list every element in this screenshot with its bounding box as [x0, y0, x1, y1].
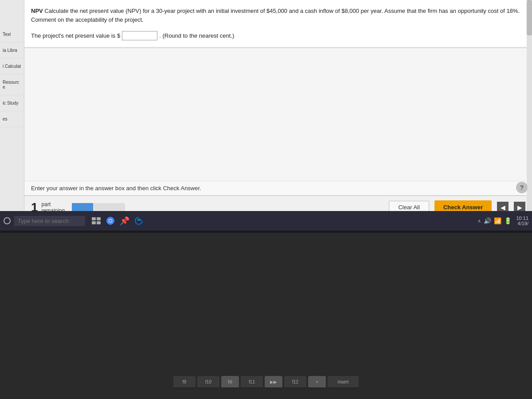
sidebar: Text ia Libra i Calculat Resource ic Stu…	[0, 0, 24, 231]
sidebar-item-resource[interactable]: Resource	[0, 74, 24, 95]
taskbar-search	[4, 216, 85, 226]
right-scrollbar[interactable]	[527, 0, 532, 231]
key-f10[interactable]: f10	[197, 376, 219, 388]
keyboard-area: f9 f10 NI f11 ▶▶ f12 + insert	[0, 233, 532, 399]
svg-rect-3	[97, 221, 101, 224]
keyboard-keys: f9 f10 NI f11 ▶▶ f12 + insert	[173, 376, 359, 390]
key-f9[interactable]: f9	[173, 376, 196, 388]
answer-prompt-suffix: . (Round to the nearest cent.)	[159, 32, 234, 39]
part-label: part	[42, 201, 65, 207]
svg-rect-1	[97, 217, 101, 220]
sidebar-item-library[interactable]: ia Libra	[0, 43, 24, 59]
taskbar-icons: 📌	[91, 216, 144, 226]
question-description: Calculate the net present value (NPV) fo…	[31, 8, 520, 23]
svg-rect-0	[92, 217, 96, 220]
fkey-row: f9 f10 NI f11 ▶▶ f12 + insert	[173, 376, 359, 388]
key-forward[interactable]: ▶▶	[265, 376, 282, 388]
answer-input[interactable]	[124, 32, 155, 39]
system-icons: ∧ 🔊 📶 🔋	[477, 217, 512, 224]
key-mute[interactable]: NI	[221, 376, 239, 388]
edge-icon[interactable]	[134, 216, 144, 226]
answer-input-wrapper	[122, 31, 157, 40]
helper-text-bar: Enter your answer in the answer box and …	[24, 181, 532, 196]
sidebar-item-calculator[interactable]: i Calculat	[0, 59, 24, 74]
key-plus[interactable]: +	[308, 376, 326, 388]
chrome-icon[interactable]	[106, 216, 115, 226]
taskbar-right: ∧ 🔊 📶 🔋 10:11 4/19/	[477, 215, 528, 226]
windows-search-icon[interactable]	[4, 217, 11, 224]
middle-content	[24, 48, 532, 181]
main-window: Text ia Libra i Calculat Resource ic Stu…	[0, 0, 532, 231]
progress-bar-fill	[72, 203, 93, 212]
scrollbar-thumb[interactable]	[527, 0, 532, 35]
question-panel: NPV Calculate the net present value (NPV…	[24, 0, 532, 48]
key-insert[interactable]: insert	[328, 376, 359, 388]
speaker-icon[interactable]: 🔊	[484, 217, 491, 224]
help-icon[interactable]: ?	[516, 182, 528, 193]
taskbar-search-input[interactable]	[14, 216, 85, 226]
system-tray-icon[interactable]: ∧	[477, 218, 481, 224]
svg-rect-2	[92, 221, 96, 224]
answer-line: The project's net present value is $ . (…	[31, 31, 523, 40]
progress-bar	[72, 203, 125, 212]
clock-date: 4/19/	[518, 221, 528, 226]
taskview-icon[interactable]	[91, 216, 101, 226]
svg-point-6	[109, 219, 112, 222]
clock-time: 10:11	[516, 215, 528, 221]
app-icon-1[interactable]: 📌	[120, 216, 129, 226]
helper-text: Enter your answer in the answer box and …	[31, 185, 201, 192]
question-header: NPV Calculate the net present value (NPV…	[31, 7, 523, 24]
sidebar-item-text[interactable]: Text	[0, 27, 24, 43]
key-f12[interactable]: f12	[284, 376, 306, 388]
npv-label: NPV	[31, 8, 43, 14]
sidebar-item-study[interactable]: ic Study	[0, 95, 24, 111]
key-f11[interactable]: f11	[241, 376, 263, 388]
battery-icon[interactable]: 🔋	[504, 217, 512, 224]
sidebar-item-es[interactable]: es	[0, 111, 24, 127]
taskbar-clock[interactable]: 10:11 4/19/	[516, 215, 528, 226]
taskbar: 📌 ∧ 🔊 📶 🔋 10:11 4/19/	[0, 211, 532, 231]
network-icon[interactable]: 📶	[494, 217, 501, 224]
content-area: NPV Calculate the net present value (NPV…	[24, 0, 532, 231]
answer-prompt-prefix: The project's net present value is $	[31, 32, 120, 39]
